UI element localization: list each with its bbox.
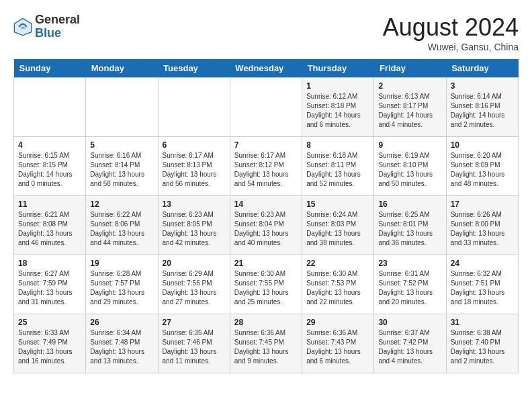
day-info: Sunrise: 6:26 AM Sunset: 8:00 PM Dayligh…: [451, 210, 514, 248]
day-number: 15: [306, 199, 369, 209]
calendar-cell: 8Sunrise: 6:18 AM Sunset: 8:11 PM Daylig…: [302, 137, 374, 196]
day-number: 21: [234, 259, 298, 268]
calendar-cell: [14, 78, 86, 137]
calendar-cell: 10Sunrise: 6:20 AM Sunset: 8:09 PM Dayli…: [446, 137, 518, 196]
day-number: 14: [234, 199, 298, 209]
calendar-cell: 22Sunrise: 6:30 AM Sunset: 7:53 PM Dayli…: [302, 255, 374, 314]
day-number: 6: [163, 140, 226, 150]
calendar-cell: 12Sunrise: 6:22 AM Sunset: 8:06 PM Dayli…: [86, 196, 158, 255]
day-info: Sunrise: 6:21 AM Sunset: 8:08 PM Dayligh…: [18, 210, 81, 248]
calendar-cell: 5Sunrise: 6:16 AM Sunset: 8:14 PM Daylig…: [86, 137, 158, 196]
calendar-header-row: SundayMondayTuesdayWednesdayThursdayFrid…: [14, 59, 519, 78]
day-info: Sunrise: 6:23 AM Sunset: 8:04 PM Dayligh…: [234, 210, 298, 248]
calendar-week-1: 4Sunrise: 6:15 AM Sunset: 8:15 PM Daylig…: [14, 137, 519, 196]
day-info: Sunrise: 6:36 AM Sunset: 7:45 PM Dayligh…: [234, 328, 298, 366]
day-info: Sunrise: 6:32 AM Sunset: 7:51 PM Dayligh…: [451, 269, 514, 307]
calendar-cell: [86, 78, 158, 137]
calendar-cell: 24Sunrise: 6:32 AM Sunset: 7:51 PM Dayli…: [446, 255, 518, 314]
calendar-cell: 16Sunrise: 6:25 AM Sunset: 8:01 PM Dayli…: [374, 196, 446, 255]
day-info: Sunrise: 6:16 AM Sunset: 8:14 PM Dayligh…: [90, 151, 153, 189]
calendar-cell: 7Sunrise: 6:17 AM Sunset: 8:12 PM Daylig…: [230, 137, 302, 196]
day-number: 1: [306, 81, 369, 91]
calendar-cell: 28Sunrise: 6:36 AM Sunset: 7:45 PM Dayli…: [230, 314, 302, 373]
day-number: 11: [18, 199, 81, 209]
calendar-cell: 13Sunrise: 6:23 AM Sunset: 8:05 PM Dayli…: [158, 196, 230, 255]
day-number: 5: [90, 140, 153, 150]
calendar-cell: 6Sunrise: 6:17 AM Sunset: 8:13 PM Daylig…: [158, 137, 230, 196]
calendar-cell: [158, 78, 230, 137]
calendar-cell: 26Sunrise: 6:34 AM Sunset: 7:48 PM Dayli…: [86, 314, 158, 373]
calendar-cell: 1Sunrise: 6:12 AM Sunset: 8:18 PM Daylig…: [302, 78, 374, 137]
calendar-cell: 18Sunrise: 6:27 AM Sunset: 7:59 PM Dayli…: [14, 255, 86, 314]
calendar-week-2: 11Sunrise: 6:21 AM Sunset: 8:08 PM Dayli…: [14, 196, 519, 255]
day-number: 24: [451, 259, 514, 268]
calendar-week-4: 25Sunrise: 6:33 AM Sunset: 7:49 PM Dayli…: [14, 314, 519, 373]
logo: General Blue: [13, 13, 80, 40]
calendar-cell: 21Sunrise: 6:30 AM Sunset: 7:55 PM Dayli…: [230, 255, 302, 314]
day-number: 26: [90, 318, 153, 327]
header-sunday: Sunday: [14, 59, 86, 78]
day-number: 25: [18, 318, 81, 327]
page-header: General Blue August 2024 Wuwei, Gansu, C…: [13, 13, 519, 52]
header-saturday: Saturday: [446, 59, 518, 78]
calendar-cell: [230, 78, 302, 137]
day-number: 29: [306, 318, 369, 327]
day-info: Sunrise: 6:25 AM Sunset: 8:01 PM Dayligh…: [378, 210, 441, 248]
day-number: 2: [378, 81, 441, 91]
day-info: Sunrise: 6:18 AM Sunset: 8:11 PM Dayligh…: [306, 151, 369, 189]
calendar-cell: 27Sunrise: 6:35 AM Sunset: 7:46 PM Dayli…: [158, 314, 230, 373]
day-info: Sunrise: 6:38 AM Sunset: 7:40 PM Dayligh…: [451, 328, 514, 366]
day-number: 19: [90, 259, 153, 268]
logo-general-text: General: [35, 13, 80, 26]
day-number: 27: [163, 318, 226, 327]
day-info: Sunrise: 6:13 AM Sunset: 8:17 PM Dayligh…: [378, 92, 441, 130]
day-info: Sunrise: 6:14 AM Sunset: 8:16 PM Dayligh…: [451, 92, 514, 130]
calendar-cell: 17Sunrise: 6:26 AM Sunset: 8:00 PM Dayli…: [446, 196, 518, 255]
day-number: 20: [163, 259, 226, 268]
day-number: 7: [234, 140, 298, 150]
calendar-cell: 3Sunrise: 6:14 AM Sunset: 8:16 PM Daylig…: [446, 78, 518, 137]
day-info: Sunrise: 6:35 AM Sunset: 7:46 PM Dayligh…: [163, 328, 226, 366]
day-info: Sunrise: 6:24 AM Sunset: 8:03 PM Dayligh…: [306, 210, 369, 248]
day-info: Sunrise: 6:31 AM Sunset: 7:52 PM Dayligh…: [378, 269, 441, 307]
calendar-table: SundayMondayTuesdayWednesdayThursdayFrid…: [13, 59, 519, 373]
day-info: Sunrise: 6:15 AM Sunset: 8:15 PM Dayligh…: [18, 151, 81, 189]
day-number: 4: [18, 140, 81, 150]
calendar-cell: 2Sunrise: 6:13 AM Sunset: 8:17 PM Daylig…: [374, 78, 446, 137]
day-number: 22: [306, 259, 369, 268]
calendar-cell: 4Sunrise: 6:15 AM Sunset: 8:15 PM Daylig…: [14, 137, 86, 196]
header-friday: Friday: [374, 59, 446, 78]
day-number: 8: [306, 140, 369, 150]
day-info: Sunrise: 6:12 AM Sunset: 8:18 PM Dayligh…: [306, 92, 369, 130]
month-title: August 2024: [383, 13, 519, 42]
header-tuesday: Tuesday: [158, 59, 230, 78]
header-wednesday: Wednesday: [230, 59, 302, 78]
calendar-cell: 23Sunrise: 6:31 AM Sunset: 7:52 PM Dayli…: [374, 255, 446, 314]
day-number: 13: [163, 199, 226, 209]
calendar-cell: 11Sunrise: 6:21 AM Sunset: 8:08 PM Dayli…: [14, 196, 86, 255]
day-number: 23: [378, 259, 441, 268]
day-number: 31: [451, 318, 514, 327]
day-number: 12: [90, 199, 153, 209]
day-number: 9: [378, 140, 441, 150]
day-info: Sunrise: 6:22 AM Sunset: 8:06 PM Dayligh…: [90, 210, 153, 248]
day-number: 3: [451, 81, 514, 91]
calendar-week-3: 18Sunrise: 6:27 AM Sunset: 7:59 PM Dayli…: [14, 255, 519, 314]
day-info: Sunrise: 6:19 AM Sunset: 8:10 PM Dayligh…: [378, 151, 441, 189]
title-block: August 2024 Wuwei, Gansu, China: [383, 13, 519, 52]
calendar-week-0: 1Sunrise: 6:12 AM Sunset: 8:18 PM Daylig…: [14, 78, 519, 137]
day-number: 17: [451, 199, 514, 209]
day-info: Sunrise: 6:34 AM Sunset: 7:48 PM Dayligh…: [90, 328, 153, 366]
calendar-cell: 25Sunrise: 6:33 AM Sunset: 7:49 PM Dayli…: [14, 314, 86, 373]
day-number: 28: [234, 318, 298, 327]
calendar-cell: 29Sunrise: 6:36 AM Sunset: 7:43 PM Dayli…: [302, 314, 374, 373]
calendar-cell: 20Sunrise: 6:29 AM Sunset: 7:56 PM Dayli…: [158, 255, 230, 314]
day-info: Sunrise: 6:33 AM Sunset: 7:49 PM Dayligh…: [18, 328, 81, 366]
calendar-cell: 15Sunrise: 6:24 AM Sunset: 8:03 PM Dayli…: [302, 196, 374, 255]
day-number: 10: [451, 140, 514, 150]
logo-blue-text: Blue: [35, 26, 61, 40]
calendar-cell: 9Sunrise: 6:19 AM Sunset: 8:10 PM Daylig…: [374, 137, 446, 196]
day-info: Sunrise: 6:20 AM Sunset: 8:09 PM Dayligh…: [451, 151, 514, 189]
day-info: Sunrise: 6:28 AM Sunset: 7:57 PM Dayligh…: [90, 269, 153, 307]
header-thursday: Thursday: [302, 59, 374, 78]
